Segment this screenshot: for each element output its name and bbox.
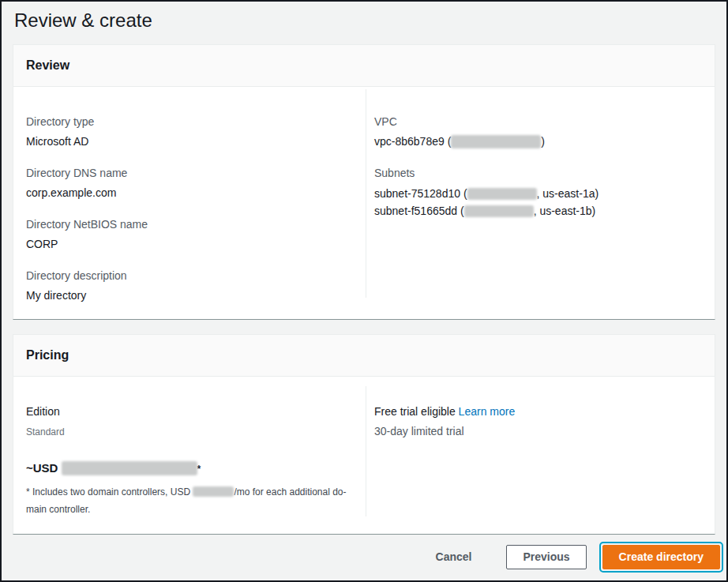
free-trial-text: Free trial eligible <box>374 405 456 418</box>
review-section-title: Review <box>26 58 702 73</box>
footnote-text: main controller. <box>26 504 90 515</box>
edition-label: Edition <box>26 404 353 419</box>
subnet-id: subnet-75128d10 ( <box>374 187 467 200</box>
review-section-header: Review <box>13 45 715 87</box>
field-directory-netbios-name: Directory NetBIOS name CORP <box>26 216 353 252</box>
wizard-footer: Cancel Previous Create directory <box>2 535 726 579</box>
field-subnets: Subnets subnet-75128d10 (, us-east-1a) s… <box>374 165 702 220</box>
redacted-subnet-name <box>464 205 534 217</box>
pricing-left-column: Edition Standard ~USD * * Includes two d… <box>13 377 366 534</box>
field-vpc: VPC vpc-8b6b78e9 () <box>374 114 702 149</box>
redacted-vpc-name <box>451 135 541 148</box>
free-trial-line: Free trial eligible Learn more <box>374 404 702 419</box>
price-footnote: * Includes two domain controllers, USD /… <box>26 483 353 518</box>
create-directory-focus-ring: Create directory <box>599 542 723 573</box>
create-directory-button[interactable]: Create directory <box>602 545 720 569</box>
pricing-section-title: Pricing <box>26 347 702 363</box>
field-label: Subnets <box>374 165 702 181</box>
column-divider <box>366 386 366 516</box>
field-value: vpc-8b6b78e9 () <box>374 133 702 149</box>
field-value: CORP <box>26 236 353 252</box>
review-right-column: VPC vpc-8b6b78e9 () Subnets subnet-75128… <box>366 87 715 319</box>
trial-duration: 30-day limited trial <box>374 423 702 439</box>
footnote-text: /mo for each additional do- <box>234 486 346 498</box>
field-label: Directory NetBIOS name <box>26 216 353 232</box>
subnet-list: subnet-75128d10 (, us-east-1a) subnet-f5… <box>374 185 702 220</box>
price-asterisk: * <box>197 464 201 475</box>
review-section: Review Directory type Microsoft AD Direc… <box>13 44 715 320</box>
cancel-button[interactable]: Cancel <box>436 550 472 563</box>
field-label: VPC <box>374 114 702 130</box>
field-value: My directory <box>26 287 353 303</box>
redacted-price <box>62 461 197 475</box>
subnet-line: subnet-75128d10 (, us-east-1a) <box>374 185 702 202</box>
field-directory-type: Directory type Microsoft AD <box>26 114 353 149</box>
pricing-section-header: Pricing <box>13 335 715 377</box>
edition-value: Standard <box>26 426 353 438</box>
field-label: Directory DNS name <box>26 165 353 181</box>
vpc-id: vpc-8b6b78e9 ( <box>374 135 451 148</box>
page-header: Review & create <box>2 2 726 34</box>
price-line: ~USD * <box>26 460 353 477</box>
review-section-body: Directory type Microsoft AD Directory DN… <box>13 87 715 319</box>
pricing-right-column: Free trial eligible Learn more 30-day li… <box>366 377 715 534</box>
subnet-az: , us-east-1b) <box>534 205 596 217</box>
field-value: Microsoft AD <box>26 133 353 149</box>
subnet-id: subnet-f51665dd ( <box>374 205 464 217</box>
subnet-line: subnet-f51665dd (, us-east-1b) <box>374 202 702 220</box>
pricing-section-body: Edition Standard ~USD * * Includes two d… <box>13 377 715 534</box>
field-directory-dns-name: Directory DNS name corp.example.com <box>26 165 353 201</box>
previous-button[interactable]: Previous <box>506 545 586 569</box>
pricing-section: Pricing Edition Standard ~USD * * Includ… <box>13 334 715 535</box>
vpc-value-suffix: ) <box>541 135 545 148</box>
field-value: corp.example.com <box>26 185 353 201</box>
review-left-column: Directory type Microsoft AD Directory DN… <box>13 87 366 319</box>
field-label: Directory description <box>26 268 353 283</box>
page-title: Review & create <box>14 7 714 34</box>
column-divider <box>366 89 366 298</box>
footnote-text: * Includes two domain controllers, USD <box>26 486 190 498</box>
price-prefix: ~USD <box>26 461 58 475</box>
field-label: Directory type <box>26 114 353 130</box>
redacted-subnet-name <box>467 188 537 200</box>
field-directory-description: Directory description My directory <box>26 268 353 303</box>
field-edition: Edition Standard <box>26 404 353 438</box>
learn-more-link[interactable]: Learn more <box>459 405 516 418</box>
subnet-az: , us-east-1a) <box>537 187 599 200</box>
redacted-footnote-price <box>193 486 234 497</box>
